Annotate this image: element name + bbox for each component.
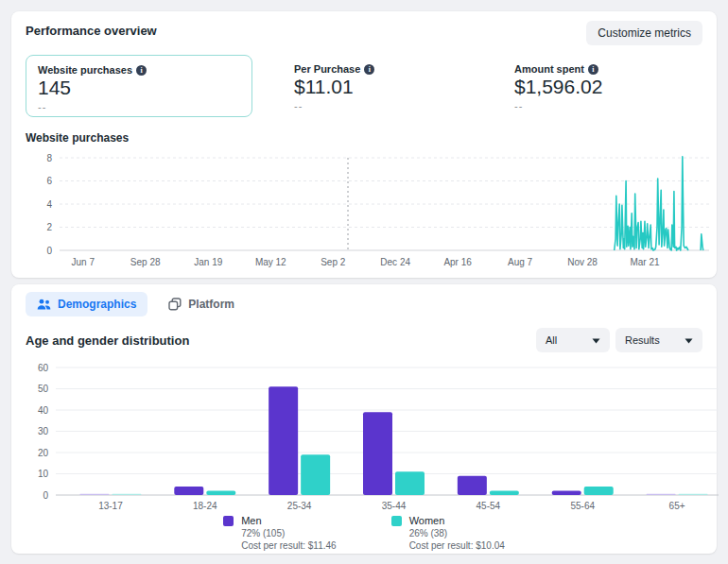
metric-delta: -- bbox=[294, 100, 460, 111]
tabs-row: Demographics Platform bbox=[26, 292, 702, 316]
x-tick-label: Jun 7 bbox=[71, 257, 95, 267]
metrics-row: Website purchases i 145 -- Per Purchase … bbox=[26, 55, 702, 120]
bar-men-35-44[interactable] bbox=[363, 412, 392, 495]
x-tick-label: Apr 16 bbox=[443, 257, 472, 267]
dropdown-value: All bbox=[546, 334, 557, 346]
purchases-series-line[interactable] bbox=[615, 157, 688, 250]
metric-card-per-purchase[interactable]: Per Purchase i $11.01 -- bbox=[283, 55, 472, 120]
x-tick-label: 45-54 bbox=[477, 501, 501, 511]
bar-men-65+[interactable] bbox=[647, 494, 676, 495]
tab-demographics[interactable]: Demographics bbox=[26, 292, 147, 316]
legend-name: Men bbox=[241, 515, 336, 526]
bar-women-55-64[interactable] bbox=[584, 487, 614, 495]
chevron-down-icon bbox=[685, 334, 693, 346]
y-tick-label: 30 bbox=[38, 426, 49, 436]
x-tick-label: 13-17 bbox=[98, 501, 123, 511]
website-purchases-line-chart[interactable]: 02468Jun 7Sep 28Jan 19May 12Sep 2Dec 24A… bbox=[26, 146, 728, 279]
bar-women-25-34[interactable] bbox=[301, 454, 330, 495]
bar-women-13-17[interactable] bbox=[112, 494, 141, 495]
x-tick-label: 55-64 bbox=[570, 501, 595, 511]
metric-delta: -- bbox=[514, 100, 602, 111]
metric-dropdown[interactable]: Results bbox=[615, 328, 702, 352]
info-icon[interactable]: i bbox=[136, 65, 147, 76]
metric-label-row: Per Purchase i bbox=[294, 63, 460, 75]
bar-men-25-34[interactable] bbox=[269, 386, 298, 495]
performance-card-header: Performance overview Customize metrics bbox=[26, 21, 702, 45]
x-tick-label: Mar 21 bbox=[630, 257, 660, 267]
metric-value: 145 bbox=[38, 77, 240, 99]
legend-name: Women bbox=[409, 515, 505, 526]
metric-card-amount-spent[interactable]: Amount spent i $1,596.02 -- bbox=[503, 55, 614, 120]
page-background: Performance overview Customize metrics W… bbox=[0, 0, 728, 564]
bar-men-18-24[interactable] bbox=[174, 487, 203, 495]
legend-cost: Cost per result: $11.46 bbox=[241, 540, 336, 551]
legend-share: 26% (38) bbox=[409, 528, 505, 538]
x-tick-label: 65+ bbox=[669, 501, 685, 511]
tab-label: Platform bbox=[188, 298, 234, 311]
x-tick-label: May 12 bbox=[255, 257, 286, 267]
chart-legend: Men 72% (105) Cost per result: $11.46 Wo… bbox=[26, 515, 702, 551]
metric-label-row: Amount spent i bbox=[514, 63, 602, 75]
x-tick-label: 35-44 bbox=[382, 501, 407, 511]
people-icon bbox=[37, 299, 51, 311]
metric-label: Website purchases bbox=[38, 64, 132, 76]
x-tick-label: Nov 28 bbox=[567, 257, 598, 267]
y-tick-label: 0 bbox=[46, 246, 52, 256]
metric-value: $11.01 bbox=[294, 76, 460, 98]
bar-women-35-44[interactable] bbox=[395, 471, 425, 495]
purchases-series-line[interactable] bbox=[701, 234, 703, 250]
x-tick-label: Sep 2 bbox=[321, 257, 346, 267]
breakdown-dropdown[interactable]: All bbox=[536, 328, 610, 352]
legend-men: Men 72% (105) Cost per result: $11.46 bbox=[223, 515, 336, 551]
y-tick-label: 10 bbox=[38, 469, 49, 479]
age-gender-title: Age and gender distribution bbox=[26, 333, 189, 348]
women-color-swatch bbox=[391, 516, 402, 526]
bar-women-18-24[interactable] bbox=[206, 491, 235, 496]
x-tick-label: Jan 19 bbox=[194, 257, 222, 267]
info-icon[interactable]: i bbox=[588, 64, 598, 75]
y-tick-label: 6 bbox=[46, 176, 52, 186]
section-header-row: Age and gender distribution All Results bbox=[26, 328, 702, 352]
performance-overview-title: Performance overview bbox=[26, 21, 157, 38]
legend-share: 72% (105) bbox=[241, 528, 336, 538]
customize-metrics-button[interactable]: Customize metrics bbox=[586, 21, 702, 45]
y-tick-label: 8 bbox=[46, 153, 52, 163]
bar-men-55-64[interactable] bbox=[552, 491, 581, 496]
x-tick-label: Dec 24 bbox=[380, 257, 410, 267]
legend-women: Women 26% (38) Cost per result: $10.04 bbox=[391, 515, 505, 551]
chevron-down-icon bbox=[592, 334, 600, 346]
x-tick-label: 18-24 bbox=[193, 501, 217, 511]
x-tick-label: Aug 7 bbox=[508, 257, 533, 267]
y-tick-label: 60 bbox=[38, 363, 49, 373]
metric-value: $1,596.02 bbox=[514, 76, 602, 98]
y-tick-label: 50 bbox=[38, 384, 49, 394]
info-icon[interactable]: i bbox=[364, 64, 374, 75]
metric-card-website-purchases[interactable]: Website purchases i 145 -- bbox=[26, 55, 252, 117]
metric-delta: -- bbox=[38, 101, 240, 112]
dropdown-value: Results bbox=[625, 334, 660, 346]
metric-label: Per Purchase bbox=[294, 63, 360, 75]
metric-label: Amount spent bbox=[514, 63, 584, 75]
platform-icon bbox=[168, 298, 182, 311]
tab-label: Demographics bbox=[58, 298, 136, 311]
legend-cost: Cost per result: $10.04 bbox=[409, 540, 505, 551]
bar-men-45-54[interactable] bbox=[458, 476, 487, 495]
y-tick-label: 2 bbox=[46, 222, 52, 232]
y-tick-label: 4 bbox=[46, 199, 52, 210]
y-tick-label: 20 bbox=[38, 448, 49, 458]
age-gender-bar-chart[interactable]: 010203040506013-1718-2425-3435-4445-5455… bbox=[26, 356, 728, 513]
y-tick-label: 0 bbox=[43, 490, 48, 501]
bar-men-13-17[interactable] bbox=[79, 494, 109, 495]
x-tick-label: Sep 28 bbox=[130, 257, 161, 267]
performance-overview-card: Performance overview Customize metrics W… bbox=[11, 11, 717, 278]
x-tick-label: 25-34 bbox=[287, 501, 312, 511]
demographics-card: Demographics Platform Age and gender dis… bbox=[11, 284, 717, 554]
y-tick-label: 40 bbox=[38, 405, 49, 416]
men-color-swatch bbox=[223, 516, 234, 526]
metric-label-row: Website purchases i bbox=[38, 64, 240, 76]
bar-women-45-54[interactable] bbox=[490, 491, 519, 496]
filters: All Results bbox=[536, 328, 702, 352]
tab-platform[interactable]: Platform bbox=[157, 292, 246, 316]
bar-women-65+[interactable] bbox=[679, 494, 708, 495]
purchases-chart-title: Website purchases bbox=[26, 131, 702, 145]
